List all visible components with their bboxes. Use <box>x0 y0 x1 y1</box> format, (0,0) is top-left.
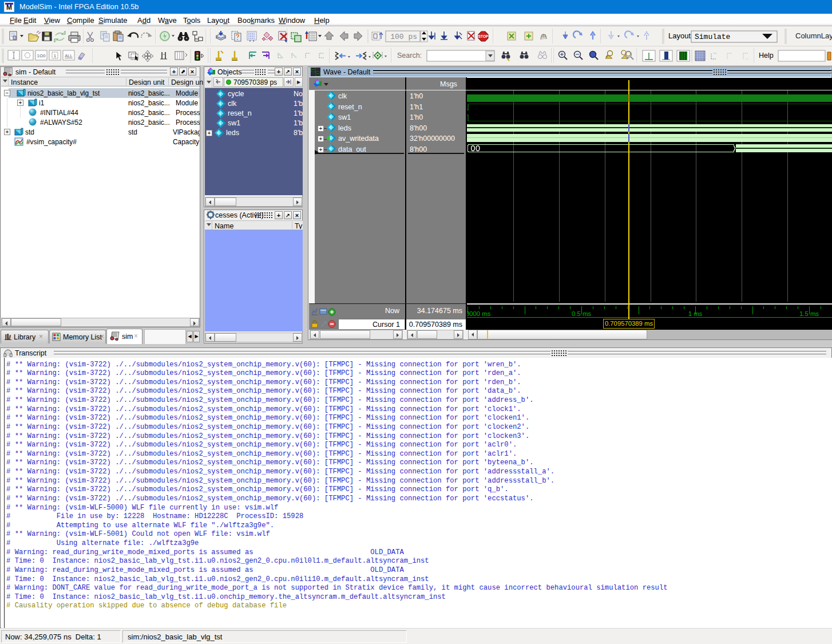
svg-text:ALL: ALL <box>65 53 72 58</box>
svg-text:1Ω0: 1Ω0 <box>37 53 46 58</box>
svg-text:0.5 ms: 0.5 ms <box>572 310 591 317</box>
svg-text:Layout: Layout <box>668 31 691 40</box>
svg-text:Simulate: Simulate <box>695 33 730 41</box>
svg-text:ColumnLayout: ColumnLayout <box>795 31 832 40</box>
svg-text:0000 ms: 0000 ms <box>467 310 491 317</box>
svg-text:1.5 ms: 1.5 ms <box>799 310 819 317</box>
svg-text:1 ms: 1 ms <box>688 310 703 317</box>
svg-text:Help: Help <box>759 52 774 60</box>
svg-text:1: 1 <box>54 53 57 58</box>
svg-text:100 ps: 100 ps <box>390 33 417 41</box>
svg-text:Search:: Search: <box>397 52 422 60</box>
svg-text:STOP: STOP <box>478 34 489 38</box>
